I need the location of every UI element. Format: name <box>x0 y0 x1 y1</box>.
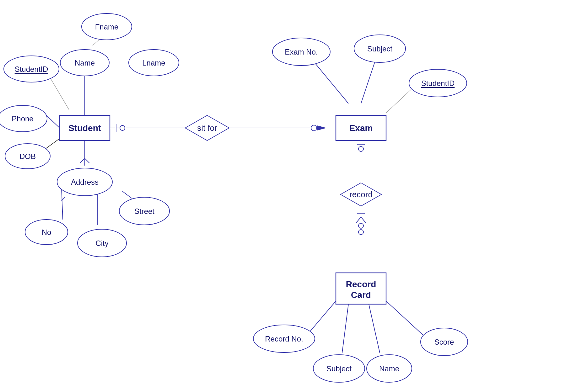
examno-label: Exam No. <box>285 48 318 56</box>
name-rc-recordcard-line <box>369 304 380 353</box>
subject-rc-recordcard-line <box>342 304 348 353</box>
score-label: Score <box>434 338 454 346</box>
name-rc-label: Name <box>379 364 399 373</box>
recordno-label: Record No. <box>265 335 303 343</box>
exam-entity-label: Exam <box>349 123 373 133</box>
recordno-recordcard-line <box>309 301 336 332</box>
subject-exam-label: Subject <box>367 45 392 53</box>
svg-line-1 <box>85 158 89 163</box>
student-entity-label: Student <box>68 123 101 133</box>
svg-line-11 <box>356 217 361 223</box>
studentid-student-line <box>49 75 69 110</box>
sit-for-label: sit for <box>197 123 217 133</box>
studentid2-exam-line <box>386 89 411 113</box>
svg-point-4 <box>120 125 125 130</box>
city-label: City <box>95 239 108 247</box>
no-label: No <box>42 228 51 236</box>
street-label: Street <box>134 207 154 215</box>
record-label: record <box>349 190 373 199</box>
fname-label: Fname <box>95 23 119 31</box>
record-card-entity-label1: Record <box>346 279 376 289</box>
subject-exam-line <box>361 56 377 103</box>
svg-line-12 <box>361 217 366 223</box>
studentid-label: StudentID <box>15 65 48 73</box>
address-label: Address <box>71 178 99 186</box>
score-recordcard-line <box>386 301 425 337</box>
phone-label: Phone <box>12 114 33 123</box>
svg-point-8 <box>358 146 363 151</box>
studentid2-label: StudentID <box>421 79 455 87</box>
svg-point-5 <box>311 125 317 131</box>
er-diagram: Student Exam Record Card sit for record … <box>0 0 565 392</box>
phone-student-line <box>47 116 60 128</box>
dob-label: DOB <box>19 152 36 161</box>
svg-point-14 <box>358 230 363 235</box>
name-label: Name <box>75 59 95 67</box>
svg-marker-6 <box>317 125 326 130</box>
svg-line-0 <box>80 158 85 163</box>
subject-rc-label: Subject <box>326 364 352 373</box>
lname-label: Lname <box>142 59 165 67</box>
svg-point-13 <box>358 223 363 228</box>
examno-exam-line <box>311 58 348 103</box>
record-card-entity-label2: Card <box>351 290 371 300</box>
